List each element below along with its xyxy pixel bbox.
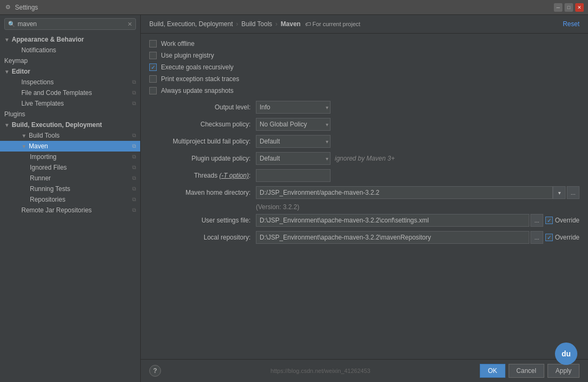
sidebar-item-importing[interactable]: Importing ⧉: [0, 152, 140, 162]
local-repo-input[interactable]: [256, 231, 529, 244]
title-bar: ⚙ Settings ─ □ ✕: [0, 0, 588, 15]
nav-tree: ▼ Appearance & Behavior Notifications Ke…: [0, 33, 140, 382]
app-icon: ⚙: [4, 4, 12, 11]
user-settings-browse-button[interactable]: ...: [530, 214, 543, 227]
sidebar-item-label: Running Tests: [30, 185, 132, 193]
maven-home-input-group: ▾ ...: [256, 186, 579, 199]
user-settings-override-checkbox[interactable]: [545, 217, 553, 224]
breadcrumb-item-1: Build, Execution, Deployment: [149, 20, 233, 28]
sidebar-item-label: Editor: [12, 68, 136, 75]
sidebar-item-build-tools[interactable]: ▼ Build Tools ⧉: [0, 130, 140, 141]
maven-home-row: Maven home directory: ▾ ...: [149, 186, 579, 199]
apply-button[interactable]: Apply: [547, 364, 579, 378]
sidebar-item-inspections[interactable]: Inspections ⧉: [0, 77, 140, 87]
sidebar-item-notifications[interactable]: Notifications: [0, 45, 140, 55]
plugin-update-select[interactable]: Default Force Update Never Update: [256, 152, 331, 165]
threads-label: Threads (-T option):: [149, 172, 256, 179]
breadcrumb-current: Maven: [281, 20, 301, 28]
sidebar-item-label: Remote Jar Repositories: [21, 206, 132, 214]
checksum-policy-select[interactable]: No Global Policy Warn Fail: [256, 118, 331, 131]
copy-icon: ⧉: [132, 164, 136, 171]
reset-button[interactable]: Reset: [563, 20, 579, 28]
local-repo-override-checkbox[interactable]: [545, 234, 553, 241]
sidebar-item-label: Repositories: [30, 196, 132, 203]
help-button[interactable]: ?: [149, 365, 161, 377]
close-button[interactable]: ✕: [575, 3, 584, 12]
sidebar-item-repositories[interactable]: Repositories ⧉: [0, 194, 140, 205]
multiproject-fail-select-wrapper: Default Fail At End Fail Never: [256, 135, 331, 148]
sidebar-item-keymap[interactable]: Keymap: [0, 55, 140, 66]
work-offline-checkbox[interactable]: [149, 40, 157, 47]
checkbox-print-stack-traces: Print exception stack traces: [149, 75, 579, 83]
search-icon: 🔍: [8, 21, 15, 28]
use-plugin-registry-checkbox[interactable]: [149, 52, 157, 59]
local-repo-override: Override: [545, 234, 579, 241]
ok-button[interactable]: OK: [480, 364, 505, 378]
action-buttons: OK Cancel Apply: [480, 364, 579, 378]
local-repo-browse-button[interactable]: ...: [530, 231, 543, 244]
breadcrumb-sep-1: ›: [236, 20, 238, 28]
user-settings-override: Override: [545, 217, 579, 224]
settings-window: ⚙ Settings ─ □ ✕ 🔍 ✕ ▼ Appearance & Beha…: [0, 0, 588, 382]
expand-arrow: ▼: [4, 69, 10, 75]
threads-input[interactable]: [256, 169, 331, 182]
sidebar-item-label: Runner: [30, 174, 132, 182]
local-repo-input-group: ...: [256, 231, 543, 244]
sidebar-item-maven[interactable]: ▼ Maven ⧉: [0, 141, 140, 152]
sidebar-item-ignored-files[interactable]: Ignored Files ⧉: [0, 162, 140, 173]
user-settings-input-group: ...: [256, 214, 543, 227]
sidebar-item-plugins[interactable]: Plugins: [0, 109, 140, 120]
sidebar: 🔍 ✕ ▼ Appearance & Behavior Notification…: [0, 15, 141, 382]
sidebar-item-running-tests[interactable]: Running Tests ⧉: [0, 184, 140, 194]
tag-icon: 🏷: [305, 21, 311, 27]
plugin-update-label: Plugin update policy:: [149, 155, 256, 162]
print-stack-traces-checkbox[interactable]: [149, 75, 157, 83]
sidebar-item-label: File and Code Templates: [21, 89, 132, 97]
checkbox-work-offline: Work offline: [149, 40, 579, 47]
sidebar-item-build-exec-deploy[interactable]: ▼ Build, Execution, Deployment: [0, 120, 140, 130]
checksum-policy-label: Checksum policy:: [149, 121, 256, 128]
always-update-snapshots-checkbox[interactable]: [149, 87, 157, 94]
maximize-button[interactable]: □: [565, 3, 573, 12]
cancel-button[interactable]: Cancel: [509, 364, 544, 378]
output-level-select[interactable]: Info Debug Warning Error: [256, 101, 331, 114]
maven-version-text: (Version: 3.2.2): [256, 203, 579, 211]
user-settings-input[interactable]: [256, 214, 529, 227]
local-repo-row: Local repository: ... Override: [149, 231, 579, 244]
sidebar-item-remote-jar-repos[interactable]: Remote Jar Repositories ⧉: [0, 205, 140, 216]
maven-home-label: Maven home directory:: [149, 189, 256, 196]
expand-arrow: ▼: [4, 37, 10, 43]
search-input[interactable]: [18, 20, 127, 28]
maven-home-input[interactable]: [256, 186, 553, 199]
sidebar-item-label: Ignored Files: [30, 164, 132, 171]
copy-icon: ⧉: [132, 154, 136, 160]
copy-icon: ⧉: [132, 196, 136, 203]
expand-arrow: ▼: [4, 122, 10, 128]
maven-home-dropdown-button[interactable]: ▾: [553, 186, 566, 199]
settings-content: Work offline Use plugin registry Execute…: [141, 34, 588, 359]
main-panel: Build, Execution, Deployment › Build Too…: [141, 15, 588, 382]
copy-icon: ⧉: [132, 186, 136, 192]
bottom-bar: ? https://blog.csdn.net/weixin_41262453 …: [141, 359, 588, 382]
sidebar-item-editor[interactable]: ▼ Editor: [0, 66, 140, 77]
sidebar-item-label: Maven: [29, 142, 132, 150]
execute-goals-checkbox[interactable]: [149, 63, 157, 71]
checksum-policy-row: Checksum policy: No Global Policy Warn F…: [149, 118, 579, 131]
sidebar-item-label: Keymap: [4, 57, 136, 65]
sidebar-item-appearance[interactable]: ▼ Appearance & Behavior: [0, 34, 140, 45]
always-update-snapshots-label: Always update snapshots: [161, 87, 233, 94]
sidebar-item-live-templates[interactable]: Live Templates ⧉: [0, 98, 140, 109]
search-clear-button[interactable]: ✕: [127, 21, 132, 28]
sidebar-item-file-code-templates[interactable]: File and Code Templates ⧉: [0, 87, 140, 98]
sidebar-item-runner[interactable]: Runner ⧉: [0, 173, 140, 184]
minimize-button[interactable]: ─: [554, 3, 562, 12]
maven-home-browse-button[interactable]: ...: [567, 186, 579, 199]
main-content: 🔍 ✕ ▼ Appearance & Behavior Notification…: [0, 15, 588, 382]
plugin-update-row: Plugin update policy: Default Force Upda…: [149, 152, 579, 165]
output-level-select-wrapper: Info Debug Warning Error: [256, 101, 331, 114]
copy-icon: ⧉: [132, 207, 136, 213]
multiproject-fail-select[interactable]: Default Fail At End Fail Never: [256, 135, 331, 148]
expand-arrow: ▼: [21, 133, 27, 139]
multiproject-fail-row: Multiproject build fail policy: Default …: [149, 135, 579, 148]
window-title: Settings: [15, 4, 554, 11]
